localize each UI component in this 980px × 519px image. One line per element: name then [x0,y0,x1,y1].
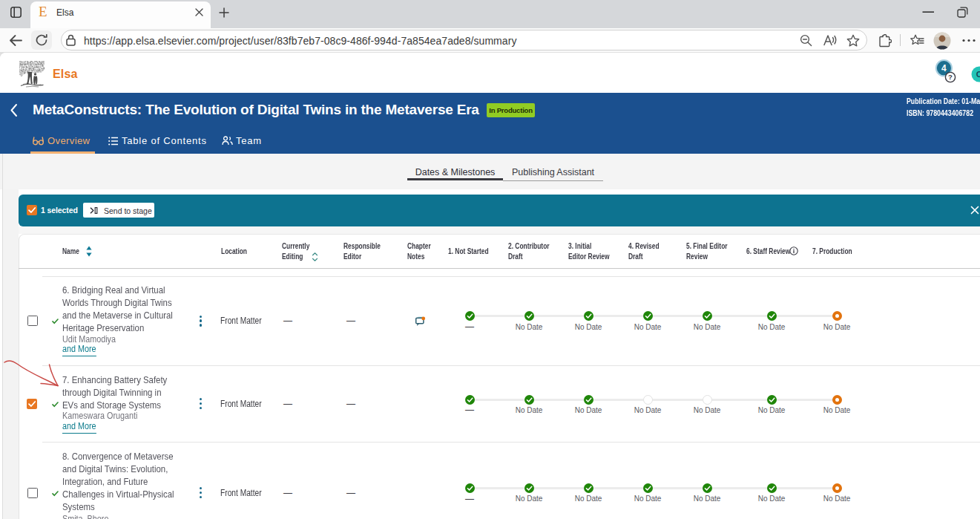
svg-text:O: O [976,70,980,79]
svg-text:?: ? [948,73,953,81]
